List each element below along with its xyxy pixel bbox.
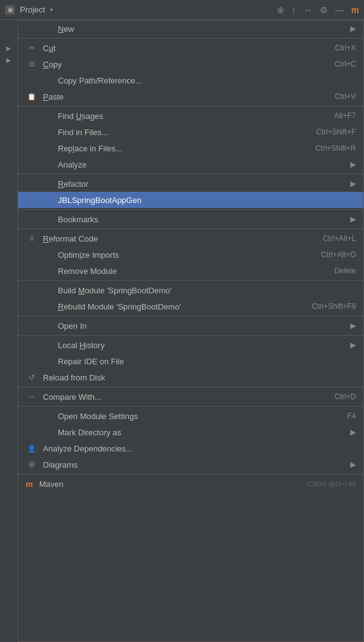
- separator-10: [18, 406, 363, 407]
- menu-item-refactor[interactable]: Refactor ▶: [18, 176, 363, 192]
- separator-3: [18, 174, 363, 174]
- gutter-arrow-top[interactable]: ▶: [6, 45, 11, 52]
- repair-ide-label: Repair IDE on File: [58, 357, 124, 366]
- copy-icon: ⧉: [26, 59, 38, 69]
- open-in-arrow: ▶: [350, 321, 356, 330]
- remove-module-label: Remove Module: [58, 267, 117, 276]
- menu-item-mark-directory[interactable]: Mark Directory as ▶: [18, 424, 363, 440]
- paste-label: Paste: [43, 92, 63, 101]
- rebuild-module-icon: [40, 301, 53, 311]
- mark-directory-arrow: ▶: [350, 428, 356, 437]
- optimize-imports-label: Optimize Imports: [58, 250, 119, 260]
- bookmarks-icon: [40, 214, 53, 224]
- menu-item-analyze[interactable]: Analyze ▶: [18, 156, 363, 172]
- separator-2: [18, 106, 363, 106]
- rebuild-module-shortcut: Ctrl+Shift+F9: [312, 302, 356, 311]
- copy-path-label: Copy Path/Reference...: [58, 76, 142, 85]
- action-icon-settings[interactable]: ⚙: [320, 5, 328, 15]
- action-icon-minimize[interactable]: —: [335, 5, 344, 15]
- optimize-imports-icon: [40, 250, 53, 260]
- compare-with-icon: ↔: [26, 392, 38, 402]
- menu-item-diagrams[interactable]: ⊞ Diagrams ▶: [18, 456, 363, 473]
- menu-item-cut[interactable]: ✂ Cut Ctrl+X: [18, 40, 363, 56]
- cut-label: Cut: [43, 44, 55, 53]
- gutter-arrow-bottom[interactable]: ▶: [6, 57, 11, 64]
- analyze-label: Analyze: [58, 160, 86, 169]
- jbl-label: JBLSpringBootAppGen: [58, 196, 141, 205]
- titlebar-actions: ⊕ ↕ ↔ ⚙ — m: [277, 5, 359, 15]
- project-icon: ▣: [5, 5, 15, 15]
- menu-item-jbl[interactable]: JBLSpringBootAppGen: [18, 192, 363, 208]
- find-in-files-icon: [40, 127, 53, 137]
- separator-9: [18, 387, 363, 387]
- menu-item-reload-from-disk[interactable]: ↺ Reload from Disk: [18, 369, 363, 385]
- menu-item-bookmarks[interactable]: Bookmarks ▶: [18, 211, 363, 227]
- project-title: Project: [20, 5, 45, 14]
- open-in-label: Open In: [58, 321, 86, 331]
- menu-item-local-history[interactable]: Local History ▶: [18, 337, 363, 353]
- jbl-icon: [40, 195, 53, 205]
- refactor-arrow: ▶: [350, 179, 356, 188]
- bookmarks-label: Bookmarks: [58, 215, 98, 224]
- menu-item-paste[interactable]: 📋 Paste Ctrl+V: [18, 88, 363, 105]
- paste-icon: 📋: [26, 92, 38, 101]
- mark-directory-label: Mark Directory as: [58, 428, 121, 437]
- separator-6: [18, 280, 363, 281]
- menu-item-reformat[interactable]: ≡ Reformat Code Ctrl+Alt+L: [18, 230, 363, 247]
- build-module-icon: [40, 285, 53, 295]
- menu-item-find-in-files[interactable]: Find in Files... Ctrl+Shift+F: [18, 124, 363, 140]
- menu-item-repair-ide[interactable]: Repair IDE on File: [18, 353, 363, 369]
- find-in-files-shortcut: Ctrl+Shift+F: [316, 128, 356, 136]
- action-icon-layout1[interactable]: ↕: [292, 5, 296, 15]
- bookmarks-arrow: ▶: [350, 215, 356, 224]
- reformat-label: Reformat Code: [43, 234, 98, 243]
- find-in-files-label: Find in Files...: [58, 128, 108, 137]
- menu-item-new[interactable]: New ▶: [18, 21, 363, 37]
- open-module-settings-label: Open Module Settings: [58, 412, 138, 421]
- analyze-arrow: ▶: [350, 160, 356, 169]
- diagrams-label: Diagrams: [43, 460, 78, 470]
- menu-item-replace-in-files[interactable]: Replace in Files... Ctrl+Shift+R: [18, 140, 363, 156]
- reload-from-disk-label: Reload from Disk: [43, 373, 105, 382]
- menu-item-copy-path[interactable]: Copy Path/Reference...: [18, 72, 363, 88]
- find-usages-icon: [40, 111, 53, 121]
- menu-item-find-usages[interactable]: Find Usages Alt+F7: [18, 108, 363, 124]
- cut-icon: ✂: [26, 43, 38, 53]
- menu-item-maven[interactable]: m Maven CSDN @白小鸡: [18, 476, 363, 492]
- menu-item-remove-module[interactable]: Remove Module Delete: [18, 263, 363, 279]
- menu-item-compare-with[interactable]: ↔ Compare With... Ctrl+D: [18, 389, 363, 405]
- separator-11: [18, 474, 363, 474]
- open-module-settings-icon: [40, 411, 53, 421]
- separator-4: [18, 209, 363, 210]
- find-usages-shortcut: Alt+F7: [334, 111, 356, 120]
- replace-in-files-label: Replace in Files...: [58, 144, 122, 153]
- mark-directory-icon: [40, 427, 53, 437]
- titlebar-dropdown-arrow[interactable]: ▾: [50, 6, 53, 13]
- separator-7: [18, 316, 363, 316]
- compare-with-label: Compare With...: [43, 392, 101, 402]
- action-icon-add[interactable]: ⊕: [277, 5, 284, 15]
- menu-item-copy[interactable]: ⧉ Copy Ctrl+C: [18, 56, 363, 72]
- reformat-shortcut: Ctrl+Alt+L: [323, 234, 356, 243]
- action-icon-layout2[interactable]: ↔: [304, 5, 312, 15]
- action-icon-maven[interactable]: m: [352, 5, 359, 15]
- menu-item-open-module-settings[interactable]: Open Module Settings F4: [18, 408, 363, 424]
- diagrams-arrow: ▶: [350, 460, 356, 469]
- menu-item-optimize-imports[interactable]: Optimize Imports Ctrl+Alt+O: [18, 247, 363, 263]
- find-usages-label: Find Usages: [58, 111, 103, 121]
- refactor-label: Refactor: [58, 179, 88, 189]
- menu-item-rebuild-module[interactable]: Rebuild Module 'SpringBootDemo' Ctrl+Shi…: [18, 298, 363, 314]
- diagrams-icon: ⊞: [26, 460, 38, 470]
- new-arrow: ▶: [350, 24, 356, 33]
- copy-shortcut: Ctrl+C: [335, 60, 356, 68]
- local-history-label: Local History: [58, 341, 105, 350]
- reload-icon: ↺: [26, 372, 38, 382]
- menu-item-build-module[interactable]: Build Module 'SpringBootDemo': [18, 282, 363, 298]
- menu-item-open-in[interactable]: Open In ▶: [18, 318, 363, 334]
- menu-item-analyze-deps[interactable]: 👤 Analyze Dependencies...: [18, 440, 363, 456]
- analyze-icon: [40, 159, 53, 169]
- maven-credit: CSDN @白小鸡: [307, 479, 356, 489]
- replace-in-files-shortcut: Ctrl+Shift+R: [315, 144, 356, 153]
- build-module-label: Build Module 'SpringBootDemo': [58, 286, 172, 295]
- copy-label: Copy: [43, 60, 62, 69]
